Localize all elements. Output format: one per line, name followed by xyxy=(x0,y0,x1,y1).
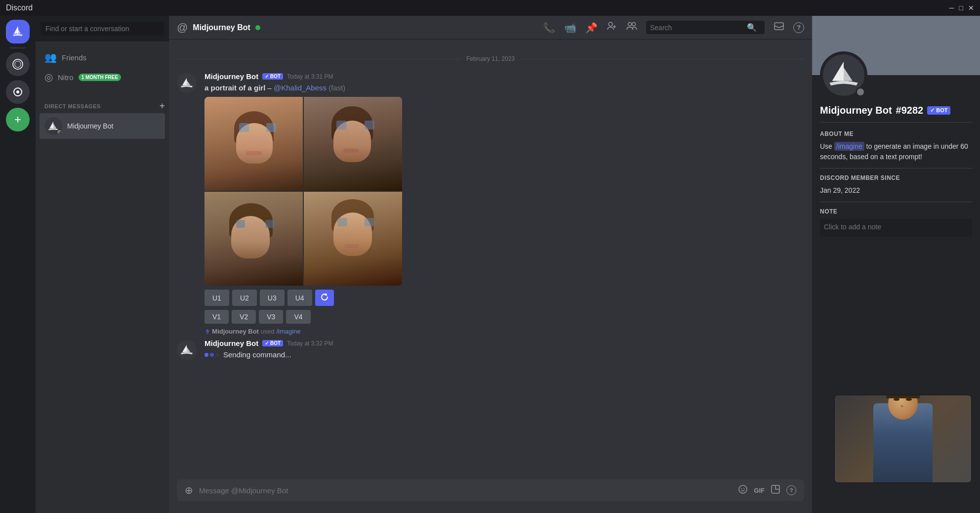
message-timestamp: Today at 3:31 PM xyxy=(287,73,333,80)
v2-button[interactable]: V2 xyxy=(232,310,256,324)
minimize-button[interactable]: ─ xyxy=(949,4,954,12)
svg-point-6 xyxy=(632,23,636,26)
v3-button[interactable]: V3 xyxy=(259,310,283,324)
image-cell-2[interactable] xyxy=(304,97,402,191)
image-grid xyxy=(204,97,402,286)
u2-button[interactable]: U2 xyxy=(232,290,257,306)
chat-input[interactable] xyxy=(199,481,732,500)
v1-button[interactable]: V1 xyxy=(204,310,229,324)
svg-point-10 xyxy=(744,488,745,489)
profile-avatar-area xyxy=(820,51,867,99)
svg-point-5 xyxy=(628,23,632,26)
profile-username: Midjourney Bot xyxy=(820,105,892,116)
dm-search-input[interactable] xyxy=(41,22,164,36)
maximize-button[interactable]: □ xyxy=(959,4,963,12)
profile-note-title: NOTE xyxy=(820,208,972,215)
titlebar-title: Discord xyxy=(6,3,33,12)
add-member-icon[interactable] xyxy=(607,21,617,34)
command-highlight: /imagine xyxy=(276,328,300,335)
add-dm-button[interactable]: + xyxy=(160,101,165,111)
online-dot xyxy=(255,25,260,30)
message-timestamp-2: Today at 3:32 PM xyxy=(287,340,333,347)
server-icon-extra[interactable] xyxy=(6,80,30,104)
image-cell-4[interactable] xyxy=(304,192,402,286)
server-icon-openai[interactable] xyxy=(6,52,30,76)
profile-about-section: ABOUT ME Use /imagine to generate an ima… xyxy=(820,130,972,162)
profile-discriminator: #9282 xyxy=(896,105,924,116)
video-thumbnail xyxy=(834,394,972,483)
dm-section-title: DIRECT MESSAGES xyxy=(44,103,101,109)
profile-about-title: ABOUT ME xyxy=(820,130,972,137)
u4-button[interactable]: U4 xyxy=(287,290,312,306)
dm-search-bar xyxy=(36,16,169,42)
profile-avatar-status-dot xyxy=(856,87,865,97)
refresh-button[interactable] xyxy=(315,290,334,306)
message-mention[interactable]: @Khalid_Abess xyxy=(274,84,327,92)
profile-body: Midjourney Bot #9282 ✓ BOT ABOUT ME Use … xyxy=(812,75,980,245)
close-button[interactable]: ✕ xyxy=(968,4,974,12)
v4-button[interactable]: V4 xyxy=(286,310,310,324)
add-server-icon[interactable]: + xyxy=(6,108,30,131)
chat-input-wrapper: ⊕ GIF ? xyxy=(177,479,804,501)
midjourney-dm-avatar xyxy=(44,117,62,135)
attach-file-icon[interactable]: ⊕ xyxy=(185,484,193,496)
message-group-sending: Midjourney Bot ✓ BOT Today at 3:32 PM Se… xyxy=(169,337,812,362)
profile-note-box[interactable]: Click to add a note xyxy=(820,219,972,237)
pin-icon[interactable]: 📌 xyxy=(585,22,598,34)
chat-header-name: Midjourney Bot xyxy=(193,23,250,32)
discord-home-icon[interactable] xyxy=(6,20,30,43)
help-input-icon[interactable]: ? xyxy=(786,485,796,495)
message-bold-text: a portrait of a girl xyxy=(204,84,265,92)
profile-highlight: /imagine xyxy=(834,142,864,151)
friends-nav-item[interactable]: 👥 Friends xyxy=(40,47,165,67)
nitro-badge: 1 MONTH FREE xyxy=(79,74,121,81)
image-cell-3[interactable] xyxy=(204,192,303,286)
message-avatar xyxy=(177,73,197,93)
help-icon[interactable]: ? xyxy=(793,22,804,33)
emoji-people-icon[interactable] xyxy=(738,484,748,497)
profile-member-since-title: DISCORD MEMBER SINCE xyxy=(820,174,972,181)
message-group: Midjourney Bot ✓ BOT Today at 3:31 PM a … xyxy=(169,70,812,326)
call-icon[interactable]: 📞 xyxy=(543,22,555,34)
system-message-text: 🗡 Midjourney Bot used /imagine xyxy=(204,328,301,335)
nitro-label: Nitro xyxy=(58,73,74,82)
profile-name-row: Midjourney Bot #9282 ✓ BOT xyxy=(820,105,972,116)
profile-about-text: Use /imagine to generate an image in und… xyxy=(820,141,972,162)
chat-input-area: ⊕ GIF ? xyxy=(169,479,812,513)
titlebar-controls: ─ □ ✕ xyxy=(949,4,974,12)
sending-message: Sending command... xyxy=(204,349,804,360)
gif-icon[interactable]: GIF xyxy=(754,487,765,494)
nitro-nav-item[interactable]: ◎ Nitro 1 MONTH FREE xyxy=(40,67,165,87)
nitro-icon: ◎ xyxy=(44,71,53,83)
members-icon[interactable] xyxy=(626,21,637,34)
server-rail: + xyxy=(0,16,36,513)
profile-member-since-section: DISCORD MEMBER SINCE Jan 29, 2022 xyxy=(820,174,972,196)
profile-note-placeholder: Click to add a note xyxy=(824,223,881,231)
svg-point-3 xyxy=(16,90,19,93)
profile-header xyxy=(812,16,980,75)
u1-button[interactable]: U1 xyxy=(204,290,229,306)
image-cell-1[interactable] xyxy=(204,97,303,191)
app: + 👥 Friends ◎ Nitro 1 MONTH FREE DIRECT … xyxy=(0,16,980,513)
dm-username: Midjourney Bot xyxy=(67,122,113,130)
sticker-icon[interactable] xyxy=(771,484,780,497)
svg-point-4 xyxy=(609,22,612,26)
chat-header-right: 📞 📹 📌 🔍 ? xyxy=(543,21,804,34)
inbox-icon[interactable] xyxy=(774,21,784,34)
message-text: a portrait of a girl – @Khalid_Abess (fa… xyxy=(204,83,804,93)
chat-messages: February 11, 2023 Midjourney Bot ✓ BOT T… xyxy=(169,40,812,479)
chat-header: @ Midjourney Bot 📞 📹 📌 🔍 xyxy=(169,16,812,40)
video-person-body xyxy=(873,403,933,482)
date-divider: February 11, 2023 xyxy=(177,55,804,62)
video-icon[interactable]: 📹 xyxy=(564,22,576,34)
u3-button[interactable]: U3 xyxy=(260,290,285,306)
dm-item-midjourney[interactable]: Midjourney Bot xyxy=(40,113,165,139)
message-header-2: Midjourney Bot ✓ BOT Today at 3:32 PM xyxy=(204,339,804,347)
message-header: Midjourney Bot ✓ BOT Today at 3:31 PM xyxy=(204,72,804,81)
header-search-input[interactable] xyxy=(650,24,744,32)
message-author-2[interactable]: Midjourney Bot xyxy=(204,339,258,347)
status-dot-offline xyxy=(56,129,62,135)
message-author[interactable]: Midjourney Bot xyxy=(204,72,258,81)
svg-point-9 xyxy=(741,488,742,489)
header-search[interactable]: 🔍 xyxy=(646,21,765,34)
